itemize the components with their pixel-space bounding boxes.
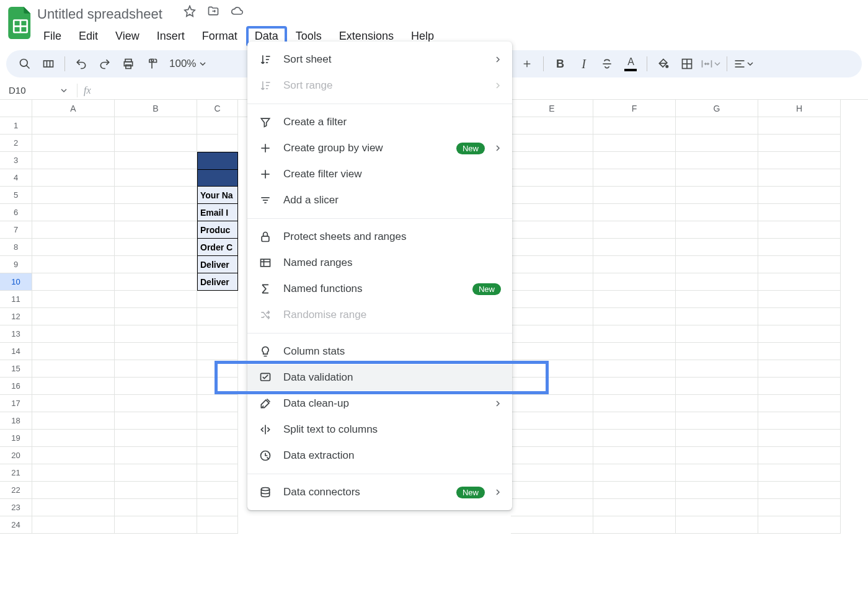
cell[interactable] [676,343,758,360]
cell[interactable] [197,135,238,152]
cell[interactable] [593,430,676,447]
cell[interactable] [593,325,676,343]
cell[interactable] [115,430,197,447]
cell[interactable] [676,499,758,516]
menu-item-column-stats[interactable]: Column stats [247,338,512,364]
cell[interactable] [197,152,238,169]
cell[interactable]: Deliver [197,256,238,273]
cell[interactable] [115,325,197,343]
row-header[interactable]: 18 [0,412,32,430]
cell[interactable] [511,117,593,135]
cell-overflow-icon[interactable] [38,54,58,74]
cell[interactable] [593,239,676,256]
cell[interactable] [676,482,758,499]
row-header[interactable]: 23 [0,499,32,516]
row-header[interactable]: 1 [0,117,32,135]
cell[interactable] [32,291,115,308]
cell[interactable] [32,482,115,499]
cell[interactable] [197,447,238,464]
cell[interactable] [758,343,841,360]
cell[interactable]: Deliver [197,273,238,291]
cell[interactable] [115,239,197,256]
cell[interactable] [593,360,676,378]
menu-view[interactable]: View [107,26,148,46]
cell[interactable] [676,221,758,239]
menu-item-add-a-slicer[interactable]: Add a slicer [247,187,512,213]
menu-item-create-a-filter[interactable]: Create a filter [247,109,512,135]
cell[interactable] [197,464,238,482]
select-all-corner[interactable] [0,100,32,117]
print-icon[interactable] [118,54,138,74]
cell[interactable] [758,135,841,152]
cell[interactable] [32,499,115,516]
cell[interactable] [758,169,841,187]
cell[interactable] [197,395,238,412]
cell[interactable]: Order C [197,239,238,256]
cell[interactable] [115,482,197,499]
menu-item-data-clean-up[interactable]: Data clean-up [247,391,512,417]
cell[interactable] [676,152,758,169]
italic-icon[interactable]: I [574,54,593,74]
strikethrough-icon[interactable] [597,54,617,74]
cell[interactable] [593,412,676,430]
cell[interactable] [593,152,676,169]
menu-item-data-connectors[interactable]: Data connectorsNew [247,479,512,505]
cell[interactable] [758,152,841,169]
cell[interactable] [676,169,758,187]
sheets-logo-icon[interactable] [6,4,35,42]
cell[interactable] [593,464,676,482]
cell[interactable] [676,239,758,256]
merge-cells-icon[interactable] [701,54,720,74]
cell[interactable] [676,447,758,464]
col-header[interactable]: C [197,100,238,117]
cell[interactable] [197,291,238,308]
cell[interactable] [511,447,593,464]
cell[interactable] [593,291,676,308]
col-header[interactable]: A [32,100,115,117]
cell[interactable] [758,430,841,447]
cell[interactable] [758,464,841,482]
cell[interactable] [32,135,115,152]
cell[interactable] [32,447,115,464]
cell[interactable] [511,430,593,447]
cell[interactable]: Email I [197,204,238,221]
cell[interactable] [676,256,758,273]
cell[interactable] [676,325,758,343]
row-header[interactable]: 3 [0,152,32,169]
row-header[interactable]: 22 [0,482,32,499]
row-header[interactable]: 7 [0,221,32,239]
undo-icon[interactable] [71,54,91,74]
cell[interactable] [593,221,676,239]
cell[interactable] [758,239,841,256]
cell[interactable] [676,308,758,325]
cell[interactable] [32,117,115,135]
cell[interactable] [758,308,841,325]
cell[interactable] [511,395,593,412]
menu-item-protect-sheets-and-ranges[interactable]: Protect sheets and ranges [247,224,512,250]
cell[interactable] [758,378,841,395]
cell[interactable] [32,378,115,395]
cell[interactable] [238,516,511,534]
cell[interactable] [593,447,676,464]
cell[interactable] [758,395,841,412]
cell[interactable] [758,256,841,273]
cell[interactable] [32,395,115,412]
cell[interactable] [32,187,115,204]
cell[interactable] [115,343,197,360]
cell[interactable] [511,325,593,343]
star-icon[interactable] [184,5,196,17]
cell[interactable] [511,256,593,273]
row-header[interactable]: 8 [0,239,32,256]
cell[interactable] [511,239,593,256]
borders-icon[interactable] [677,54,697,74]
cell[interactable] [676,464,758,482]
cell[interactable] [32,325,115,343]
fill-color-icon[interactable] [653,54,673,74]
col-header[interactable]: E [511,100,593,117]
cell[interactable] [676,395,758,412]
menu-item-named-functions[interactable]: Named functionsNew [247,276,512,302]
cell[interactable] [32,204,115,221]
cell[interactable] [115,447,197,464]
cell[interactable] [676,187,758,204]
cell[interactable] [676,378,758,395]
